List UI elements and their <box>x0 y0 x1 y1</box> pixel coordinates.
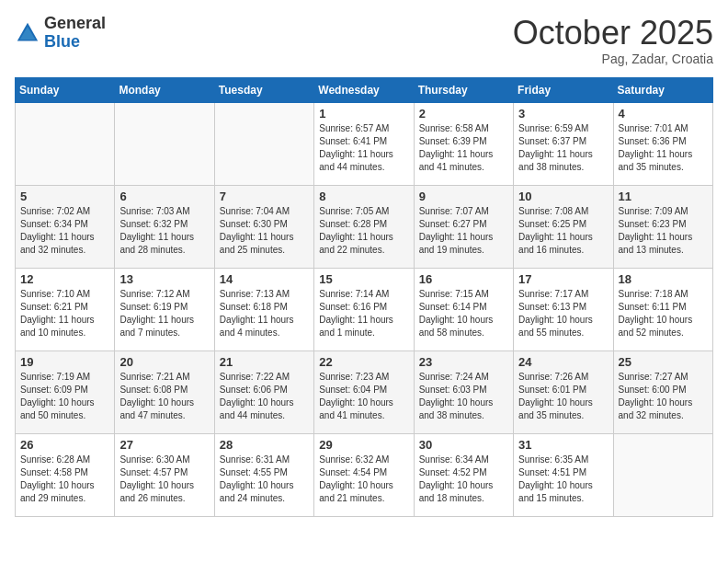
day-info: Sunrise: 6:35 AM Sunset: 4:51 PM Dayligh… <box>518 454 608 505</box>
day-number: 4 <box>619 107 708 121</box>
header-day-saturday: Saturday <box>613 77 712 102</box>
day-info: Sunrise: 7:22 AM Sunset: 6:06 PM Dayligh… <box>220 371 309 422</box>
calendar-cell: 3Sunrise: 6:59 AM Sunset: 6:37 PM Daylig… <box>514 102 613 185</box>
day-info: Sunrise: 6:58 AM Sunset: 6:39 PM Dayligh… <box>419 122 508 174</box>
calendar-header-row: SundayMondayTuesdayWednesdayThursdayFrid… <box>16 77 713 102</box>
calendar-cell: 19Sunrise: 7:19 AM Sunset: 6:09 PM Dayli… <box>16 350 115 433</box>
calendar-cell: 18Sunrise: 7:18 AM Sunset: 6:11 PM Dayli… <box>613 268 712 350</box>
calendar-cell: 31Sunrise: 6:35 AM Sunset: 4:51 PM Dayli… <box>514 433 613 516</box>
day-info: Sunrise: 7:10 AM Sunset: 6:21 PM Dayligh… <box>20 288 109 339</box>
day-number: 19 <box>20 355 109 369</box>
calendar-cell: 6Sunrise: 7:03 AM Sunset: 6:32 PM Daylig… <box>115 185 214 268</box>
location: Pag, Zadar, Croatia <box>513 52 713 66</box>
day-number: 28 <box>220 438 309 452</box>
day-number: 17 <box>518 272 608 286</box>
calendar-cell <box>16 102 115 185</box>
day-info: Sunrise: 7:05 AM Sunset: 6:28 PM Dayligh… <box>319 205 408 257</box>
header-day-tuesday: Tuesday <box>214 77 313 102</box>
day-info: Sunrise: 7:09 AM Sunset: 6:23 PM Dayligh… <box>619 205 708 257</box>
calendar-cell: 7Sunrise: 7:04 AM Sunset: 6:30 PM Daylig… <box>214 185 313 268</box>
logo-general-text: General <box>44 15 106 33</box>
day-info: Sunrise: 7:15 AM Sunset: 6:14 PM Dayligh… <box>419 288 508 339</box>
calendar-cell: 11Sunrise: 7:09 AM Sunset: 6:23 PM Dayli… <box>613 185 712 268</box>
calendar-cell: 24Sunrise: 7:26 AM Sunset: 6:01 PM Dayli… <box>514 350 613 433</box>
header-day-monday: Monday <box>115 77 214 102</box>
day-info: Sunrise: 7:02 AM Sunset: 6:34 PM Dayligh… <box>20 205 109 257</box>
calendar-cell: 30Sunrise: 6:34 AM Sunset: 4:52 PM Dayli… <box>414 433 513 516</box>
month-title: October 2025 <box>513 15 713 52</box>
day-number: 12 <box>20 272 109 286</box>
day-number: 7 <box>220 190 309 203</box>
header-day-friday: Friday <box>514 77 613 102</box>
day-info: Sunrise: 7:17 AM Sunset: 6:13 PM Dayligh… <box>518 288 608 339</box>
day-number: 9 <box>419 190 508 203</box>
day-info: Sunrise: 7:14 AM Sunset: 6:16 PM Dayligh… <box>319 288 408 339</box>
day-info: Sunrise: 7:23 AM Sunset: 6:04 PM Dayligh… <box>319 371 408 422</box>
calendar-cell: 21Sunrise: 7:22 AM Sunset: 6:06 PM Dayli… <box>214 350 313 433</box>
day-number: 30 <box>419 438 508 452</box>
calendar-cell: 14Sunrise: 7:13 AM Sunset: 6:18 PM Dayli… <box>214 268 313 350</box>
title-block: October 2025 Pag, Zadar, Croatia <box>513 15 713 66</box>
day-number: 18 <box>619 272 708 286</box>
day-number: 22 <box>319 355 408 369</box>
day-number: 16 <box>419 272 508 286</box>
day-number: 14 <box>220 272 309 286</box>
day-number: 24 <box>518 355 608 369</box>
calendar-cell: 29Sunrise: 6:32 AM Sunset: 4:54 PM Dayli… <box>314 433 414 516</box>
calendar-cell <box>214 102 313 185</box>
calendar-week-2: 5Sunrise: 7:02 AM Sunset: 6:34 PM Daylig… <box>16 185 713 268</box>
logo: General Blue <box>15 15 106 52</box>
day-info: Sunrise: 7:21 AM Sunset: 6:08 PM Dayligh… <box>119 371 209 422</box>
day-number: 6 <box>119 190 209 203</box>
day-info: Sunrise: 7:26 AM Sunset: 6:01 PM Dayligh… <box>518 371 608 422</box>
calendar-week-4: 19Sunrise: 7:19 AM Sunset: 6:09 PM Dayli… <box>16 350 713 433</box>
day-info: Sunrise: 6:28 AM Sunset: 4:58 PM Dayligh… <box>20 454 109 505</box>
day-info: Sunrise: 6:32 AM Sunset: 4:54 PM Dayligh… <box>319 454 408 505</box>
day-number: 8 <box>319 190 408 203</box>
day-number: 11 <box>619 190 708 203</box>
calendar-cell <box>115 102 214 185</box>
logo-text: General Blue <box>44 15 106 52</box>
day-info: Sunrise: 7:19 AM Sunset: 6:09 PM Dayligh… <box>20 371 109 422</box>
day-number: 29 <box>319 438 408 452</box>
day-number: 27 <box>119 438 209 452</box>
header-day-sunday: Sunday <box>16 77 115 102</box>
day-info: Sunrise: 7:13 AM Sunset: 6:18 PM Dayligh… <box>220 288 309 339</box>
day-info: Sunrise: 7:18 AM Sunset: 6:11 PM Dayligh… <box>619 288 708 339</box>
calendar-cell: 9Sunrise: 7:07 AM Sunset: 6:27 PM Daylig… <box>414 185 513 268</box>
day-number: 26 <box>20 438 109 452</box>
calendar-cell: 2Sunrise: 6:58 AM Sunset: 6:39 PM Daylig… <box>414 102 513 185</box>
day-number: 31 <box>518 438 608 452</box>
calendar-week-3: 12Sunrise: 7:10 AM Sunset: 6:21 PM Dayli… <box>16 268 713 350</box>
day-number: 15 <box>319 272 408 286</box>
calendar-week-5: 26Sunrise: 6:28 AM Sunset: 4:58 PM Dayli… <box>16 433 713 516</box>
calendar-week-1: 1Sunrise: 6:57 AM Sunset: 6:41 PM Daylig… <box>16 102 713 185</box>
day-number: 3 <box>518 107 608 121</box>
page-header: General Blue October 2025 Pag, Zadar, Cr… <box>15 15 713 66</box>
calendar-cell: 10Sunrise: 7:08 AM Sunset: 6:25 PM Dayli… <box>514 185 613 268</box>
day-info: Sunrise: 6:57 AM Sunset: 6:41 PM Dayligh… <box>319 122 408 174</box>
calendar-cell: 13Sunrise: 7:12 AM Sunset: 6:19 PM Dayli… <box>115 268 214 350</box>
calendar-cell: 25Sunrise: 7:27 AM Sunset: 6:00 PM Dayli… <box>613 350 712 433</box>
day-number: 20 <box>119 355 209 369</box>
day-number: 13 <box>119 272 209 286</box>
calendar-cell: 1Sunrise: 6:57 AM Sunset: 6:41 PM Daylig… <box>314 102 414 185</box>
calendar-cell: 23Sunrise: 7:24 AM Sunset: 6:03 PM Dayli… <box>414 350 513 433</box>
day-info: Sunrise: 7:27 AM Sunset: 6:00 PM Dayligh… <box>619 371 708 422</box>
calendar-cell: 12Sunrise: 7:10 AM Sunset: 6:21 PM Dayli… <box>16 268 115 350</box>
header-day-wednesday: Wednesday <box>314 77 414 102</box>
logo-blue-text: Blue <box>44 33 106 52</box>
calendar-cell: 17Sunrise: 7:17 AM Sunset: 6:13 PM Dayli… <box>514 268 613 350</box>
calendar-cell: 5Sunrise: 7:02 AM Sunset: 6:34 PM Daylig… <box>16 185 115 268</box>
day-info: Sunrise: 6:59 AM Sunset: 6:37 PM Dayligh… <box>518 122 608 174</box>
calendar-cell: 22Sunrise: 7:23 AM Sunset: 6:04 PM Dayli… <box>314 350 414 433</box>
day-info: Sunrise: 7:01 AM Sunset: 6:36 PM Dayligh… <box>619 122 708 174</box>
header-day-thursday: Thursday <box>414 77 513 102</box>
day-info: Sunrise: 7:07 AM Sunset: 6:27 PM Dayligh… <box>419 205 508 257</box>
calendar-cell: 26Sunrise: 6:28 AM Sunset: 4:58 PM Dayli… <box>16 433 115 516</box>
day-number: 23 <box>419 355 508 369</box>
day-info: Sunrise: 7:08 AM Sunset: 6:25 PM Dayligh… <box>518 205 608 257</box>
calendar-table: SundayMondayTuesdayWednesdayThursdayFrid… <box>15 77 713 517</box>
calendar-cell: 27Sunrise: 6:30 AM Sunset: 4:57 PM Dayli… <box>115 433 214 516</box>
day-info: Sunrise: 7:03 AM Sunset: 6:32 PM Dayligh… <box>119 205 209 257</box>
